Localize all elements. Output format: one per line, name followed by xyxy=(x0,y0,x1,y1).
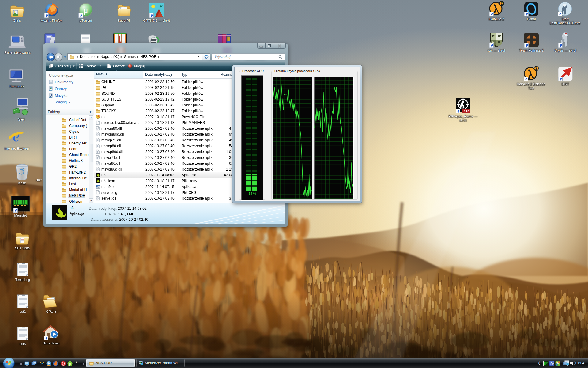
svg-text:μ: μ xyxy=(69,362,71,366)
svg-text:e: e xyxy=(41,361,43,366)
svg-text:GAS: GAS xyxy=(464,110,469,113)
svg-text:2: 2 xyxy=(501,2,503,5)
svg-text:2: 2 xyxy=(535,67,537,70)
svg-text:μ: μ xyxy=(83,5,88,15)
